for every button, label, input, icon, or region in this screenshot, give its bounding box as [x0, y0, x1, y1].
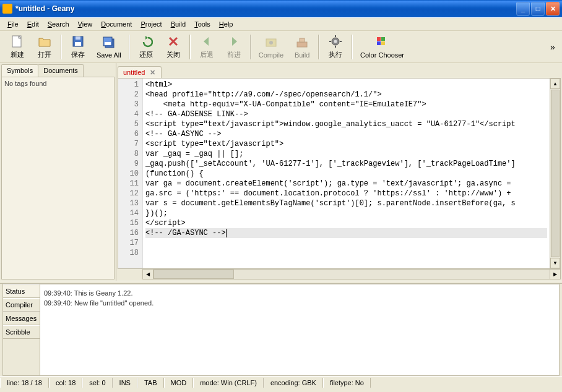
status-col: col: 18 [49, 378, 82, 388]
scroll-up-icon[interactable]: ▲ [550, 79, 560, 89]
editor-tabbar: untitled ✕ [116, 63, 562, 78]
menu-edit[interactable]: Edit [24, 19, 43, 29]
menu-document[interactable]: Document [97, 19, 136, 29]
app-icon [2, 4, 12, 14]
toolbar-separator [352, 35, 353, 59]
status-line: 09:39:40: New file "untitled" opened. [44, 298, 555, 308]
revert-button[interactable]: 还原 [132, 32, 160, 62]
toolbar-separator [318, 35, 319, 59]
msgtab-status[interactable]: Status [3, 284, 40, 298]
menu-view[interactable]: View [74, 19, 97, 29]
status-encoding: encoding: GBK [264, 378, 323, 388]
close-tab-icon[interactable]: ✕ [149, 69, 156, 76]
statusbar: line: 18 / 18 col: 18 sel: 0 INS TAB MOD… [0, 376, 562, 388]
sidebar: Symbols Documents No tags found [0, 63, 116, 281]
scrollbar-thumb[interactable] [153, 270, 234, 279]
msgtab-compiler[interactable]: Compiler [3, 298, 40, 312]
code-content[interactable]: <html><head profile="http://a9.com/-/spe… [143, 79, 550, 268]
svg-rect-20 [381, 41, 385, 45]
window-close-button[interactable]: ✕ [546, 2, 560, 15]
toolbar-separator [189, 35, 191, 59]
status-mod: MOD [164, 378, 194, 388]
status-tab: TAB [137, 378, 164, 388]
scrollbar-thumb[interactable] [551, 90, 560, 257]
message-content: 09:39:40: This is Geany 1.22. 09:39:40: … [40, 284, 559, 375]
floppy-icon [71, 34, 85, 49]
build-icon [295, 35, 309, 50]
compile-button[interactable]: Compile [254, 32, 288, 62]
svg-point-12 [334, 40, 337, 43]
scroll-right-icon[interactable]: ▶ [550, 270, 560, 279]
color-icon [375, 35, 390, 50]
status-filetype: filetype: No [323, 378, 371, 388]
svg-rect-18 [381, 37, 385, 41]
svg-rect-2 [75, 42, 81, 46]
gear-icon [328, 34, 343, 49]
vertical-scrollbar[interactable]: ▲ ▼ [550, 79, 560, 268]
svg-rect-10 [300, 38, 305, 42]
undo-icon [139, 34, 153, 49]
line-gutter: 123456789101112131415161718 [118, 79, 143, 268]
scroll-left-icon[interactable]: ◀ [143, 270, 153, 279]
status-ins: INS [113, 378, 137, 388]
menu-build[interactable]: Build [167, 19, 189, 29]
editor-area[interactable]: 123456789101112131415161718 <html><head … [118, 78, 561, 269]
build-button[interactable]: Build [288, 32, 316, 62]
minimize-button[interactable]: _ [516, 2, 530, 15]
status-line-col: line: 18 / 18 [0, 378, 49, 388]
menubar: File Edit Search View Document Project B… [0, 17, 562, 31]
new-button[interactable]: 新建 [4, 32, 31, 62]
sidebar-body: No tags found [1, 77, 115, 279]
status-line: 09:39:40: This is Geany 1.22. [44, 288, 555, 298]
window-title: *untitled - Geany [15, 4, 516, 13]
menu-help[interactable]: Help [215, 19, 237, 29]
menu-file[interactable]: File [4, 19, 22, 29]
run-button[interactable]: 执行 [322, 32, 349, 62]
save-button[interactable]: 保存 [64, 32, 92, 62]
sidebar-tab-documents[interactable]: Documents [38, 64, 84, 77]
scroll-down-icon[interactable]: ▼ [550, 258, 560, 268]
close-x-icon [166, 34, 181, 49]
svg-rect-9 [297, 42, 307, 47]
maximize-button[interactable]: □ [531, 2, 545, 15]
save-all-button[interactable]: Save All [92, 32, 126, 62]
svg-rect-6 [105, 42, 111, 45]
svg-rect-17 [377, 37, 381, 41]
toolbar-separator [129, 35, 130, 59]
msgtab-messages[interactable]: Messages [3, 312, 40, 325]
back-button[interactable]: 后退 [193, 32, 220, 62]
toolbar-overflow-button[interactable]: » [547, 32, 558, 62]
horizontal-scrollbar[interactable]: ◀ ▶ [142, 269, 561, 279]
open-button[interactable]: 打开 [31, 32, 58, 62]
menu-tools[interactable]: Tools [191, 19, 214, 29]
sidebar-tab-symbols[interactable]: Symbols [1, 64, 38, 77]
close-file-button[interactable]: 关闭 [160, 32, 187, 62]
arrow-left-icon [199, 34, 214, 49]
toolbar-separator [61, 35, 62, 59]
floppy-multi-icon [102, 35, 116, 50]
window-titlebar: *untitled - Geany _ □ ✕ [0, 0, 562, 17]
folder-open-icon [37, 34, 52, 49]
svg-rect-19 [377, 41, 381, 45]
arrow-right-icon [227, 34, 241, 49]
compile-icon [264, 35, 279, 50]
editor-tab-label: untitled [123, 69, 145, 76]
svg-rect-3 [76, 36, 80, 40]
forward-button[interactable]: 前进 [220, 32, 248, 62]
menu-search[interactable]: Search [44, 19, 73, 29]
file-new-icon [10, 34, 25, 49]
status-mode: mode: Win (CRLF) [193, 378, 264, 388]
msgtab-scribble[interactable]: Scribble [3, 325, 40, 339]
svg-point-8 [269, 41, 273, 45]
toolbar-separator [250, 35, 251, 59]
status-sel: sel: 0 [82, 378, 112, 388]
editor-tab-untitled[interactable]: untitled ✕ [118, 66, 162, 78]
message-panel: Status Compiler Messages Scribble 09:39:… [2, 284, 560, 376]
menu-project[interactable]: Project [137, 19, 165, 29]
toolbar: 新建 打开 保存 Save All 还原 关闭 后退 前进 Compile Bu… [0, 31, 562, 63]
color-chooser-button[interactable]: Color Chooser [355, 32, 409, 62]
